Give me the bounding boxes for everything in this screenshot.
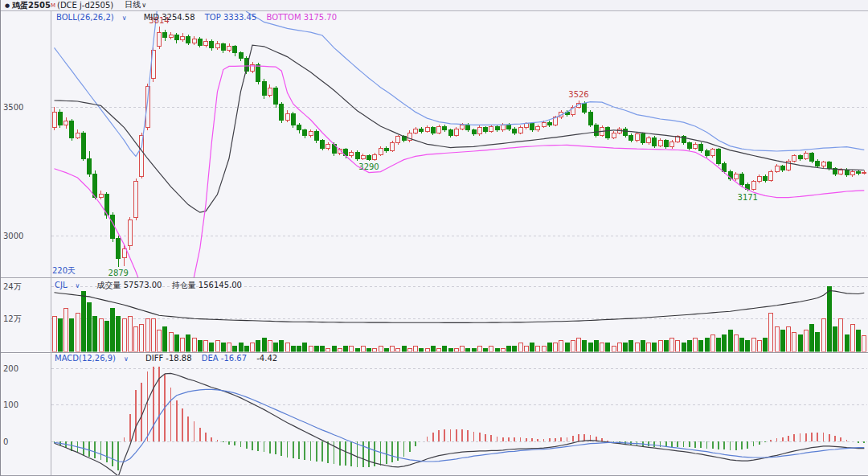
y-axis-tick-label: 3500 xyxy=(3,103,23,112)
macd-indicator-selector[interactable]: MACD(12,26,9)∨ xyxy=(55,354,136,363)
macd-dea-value: DEA -16.67 xyxy=(202,354,247,363)
price-annotation-label: 3526 xyxy=(568,90,588,99)
instrument-name[interactable]: 鸡蛋2505 xyxy=(12,1,51,10)
y-axis-tick-label: 3000 xyxy=(3,232,23,240)
range-label[interactable]: 220天 xyxy=(52,265,76,277)
instrument-flag: M xyxy=(51,1,55,10)
boll-mid-value: MID 3254.58 xyxy=(144,13,195,22)
gridlines xyxy=(51,107,867,441)
y-axis-tick-label: 24万 xyxy=(3,282,22,291)
macd-diff-value: DIFF -18.88 xyxy=(145,354,192,363)
macd-bar-value: -4.42 xyxy=(256,354,277,363)
dea-line xyxy=(55,389,865,462)
chevron-down-icon: ∨ xyxy=(122,14,127,22)
price-annotation-label: 3171 xyxy=(738,193,758,202)
axis-labels: 3500300024万12万2001000 xyxy=(3,103,23,446)
chevron-down-icon: ∨ xyxy=(141,2,146,9)
macd-indicator-header: MACD(12,26,9)∨ DIFF -18.88 DEA -16.67 -4… xyxy=(55,354,285,364)
diff-line xyxy=(55,373,865,476)
chart-titlebar: ● 鸡蛋2505 M (DCE j-d2505) 日线∨ xyxy=(1,0,868,11)
y-axis-tick-label: 100 xyxy=(3,400,18,409)
boll-indicator-label: BOLL(26,26,2) xyxy=(56,13,114,22)
macd-lines xyxy=(55,373,865,476)
y-axis-tick-label: 200 xyxy=(3,364,18,373)
volume-indicator-header: CJL∨ 成交量 57573.00 持仓量 156145.00 xyxy=(55,281,249,291)
macd-histogram xyxy=(55,367,865,470)
y-axis-tick-label: 0 xyxy=(3,437,8,446)
period-selector[interactable]: 日线∨ xyxy=(125,0,146,10)
instrument-bullet-icon: ● xyxy=(5,1,10,10)
open-interest-line xyxy=(55,291,865,323)
macd-indicator-label: MACD(12,26,9) xyxy=(55,354,116,363)
boll-bottom-value: BOTTOM 3175.70 xyxy=(266,13,337,22)
chart-canvas[interactable]: 3500300024万12万20010003814287932903526317… xyxy=(1,0,868,476)
chevron-down-icon: ∨ xyxy=(76,282,80,289)
boll-indicator-selector[interactable]: BOLL(26,26,2)∨ xyxy=(56,13,134,22)
volume-indicator-selector[interactable]: CJL∨ xyxy=(55,281,87,289)
bollinger-bands xyxy=(55,0,865,328)
boll-indicator-header: BOLL(26,26,2)∨ MID 3254.58 TOP 3333.45 B… xyxy=(56,13,344,23)
price-annotation-label: 2879 xyxy=(108,269,129,277)
open-interest-value: 持仓量 156145.00 xyxy=(172,281,242,289)
price-annotation-label: 3290 xyxy=(358,162,379,171)
instrument-code: (DCE j-d2505) xyxy=(57,1,113,10)
volume-indicator-label: CJL xyxy=(55,281,68,289)
y-axis-tick-label: 12万 xyxy=(3,314,22,323)
boll-top-value: TOP 3333.45 xyxy=(205,13,257,22)
chevron-down-icon: ∨ xyxy=(124,355,129,363)
futures-chart-window: ● 鸡蛋2505 M (DCE j-d2505) 日线∨ BOLL(26,26,… xyxy=(0,0,868,476)
period-label: 日线 xyxy=(125,0,141,9)
volume-value: 成交量 57573.00 xyxy=(97,281,162,289)
candles-layer xyxy=(52,27,866,267)
